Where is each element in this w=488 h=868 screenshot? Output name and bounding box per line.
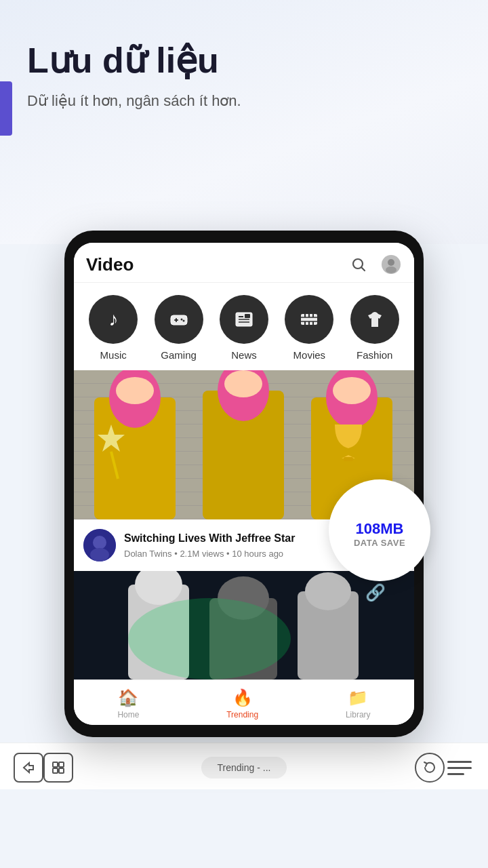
nav-trending[interactable]: 🔥 Trending xyxy=(226,688,258,719)
svg-point-3 xyxy=(388,259,394,266)
nav-home[interactable]: 🏠 Home xyxy=(117,688,139,719)
nav-library[interactable]: 📁 Library xyxy=(346,688,371,719)
cat-gaming[interactable]: Gaming xyxy=(155,295,203,361)
svg-point-10 xyxy=(182,320,184,322)
video-thumbnail-2[interactable]: 🔗 xyxy=(74,571,414,679)
svg-point-4 xyxy=(386,267,396,273)
library-nav-icon: 📁 xyxy=(348,688,368,707)
svg-rect-5 xyxy=(171,315,187,325)
account-icon[interactable] xyxy=(380,254,402,275)
svg-rect-57 xyxy=(53,768,58,773)
data-unit: MB xyxy=(380,520,403,537)
cat-fashion-label: Fashion xyxy=(357,349,392,361)
channel-avatar xyxy=(83,529,116,561)
refresh-button[interactable] xyxy=(415,753,445,783)
svg-rect-16 xyxy=(245,314,250,318)
cat-news[interactable]: News xyxy=(220,295,268,361)
cat-fashion[interactable]: Fashion xyxy=(350,295,399,361)
accent-bar xyxy=(0,81,12,136)
headline: Lưu dữ liệu xyxy=(27,41,461,81)
thumb2-svg: 🔗 xyxy=(74,571,414,679)
cat-movies-label: Movies xyxy=(293,349,326,361)
movies-icon xyxy=(285,295,333,344)
categories-row: ♪ Music Gaming xyxy=(74,283,414,370)
svg-point-32 xyxy=(116,377,154,404)
menu-line-2 xyxy=(447,767,472,769)
fashion-icon xyxy=(350,295,399,344)
cat-gaming-label: Gaming xyxy=(161,349,197,361)
nav-library-label: Library xyxy=(346,710,371,719)
address-pill: Trending - ... xyxy=(201,757,287,778)
svg-rect-41 xyxy=(344,457,353,461)
phone-mockup: Video xyxy=(64,231,424,737)
svg-rect-58 xyxy=(59,768,64,773)
home-nav-icon: 🏠 xyxy=(118,688,138,707)
subheadline: Dữ liệu ít hơn, ngân sách ít hơn. xyxy=(27,92,461,110)
back-button[interactable] xyxy=(14,753,43,783)
top-section: Lưu dữ liệu Dữ liệu ít hơn, ngân sách ít… xyxy=(0,0,488,244)
cat-music[interactable]: ♪ Music xyxy=(89,295,138,361)
menu-line-3 xyxy=(447,773,464,775)
trending-nav-icon: 🔥 xyxy=(232,688,253,707)
svg-point-9 xyxy=(180,319,182,321)
menu-button[interactable] xyxy=(445,753,474,783)
svg-rect-56 xyxy=(59,762,64,767)
menu-line-1 xyxy=(447,761,472,763)
svg-point-43 xyxy=(93,536,106,549)
app-header: Video xyxy=(74,243,414,283)
music-icon: ♪ xyxy=(89,295,138,344)
svg-rect-55 xyxy=(53,762,58,767)
svg-text:🔗: 🔗 xyxy=(365,583,386,602)
data-amount: 108MB xyxy=(356,513,404,538)
channel-name: Dolan Twins xyxy=(124,549,172,559)
svg-line-1 xyxy=(362,268,365,271)
nav-home-label: Home xyxy=(117,710,139,719)
app-title: Video xyxy=(86,254,134,275)
header-icons xyxy=(348,254,402,275)
svg-point-51 xyxy=(128,598,291,679)
data-save-label: DATA SAVE xyxy=(354,538,405,548)
cat-movies[interactable]: Movies xyxy=(285,295,333,361)
cat-music-label: Music xyxy=(100,349,127,361)
data-save-bubble: 108MB DATA SAVE xyxy=(329,479,430,581)
nav-trending-label: Trending xyxy=(226,710,258,719)
gaming-icon xyxy=(155,295,203,344)
separator2: • xyxy=(226,549,232,559)
view-count: 2.1M views xyxy=(180,549,224,559)
cat-news-label: News xyxy=(231,349,257,361)
svg-point-44 xyxy=(90,548,109,561)
address-bar[interactable]: Trending - ... xyxy=(73,757,415,778)
bottom-nav: 🏠 Home 🔥 Trending 📁 Library xyxy=(74,679,414,725)
svg-point-38 xyxy=(333,377,371,404)
search-icon[interactable] xyxy=(348,254,369,275)
windows-button[interactable] xyxy=(43,753,73,783)
phone-wrapper: Video xyxy=(0,231,488,737)
news-icon xyxy=(220,295,268,344)
svg-point-53 xyxy=(305,572,351,610)
system-bar: Trending - ... xyxy=(0,743,488,789)
svg-point-35 xyxy=(224,370,262,397)
upload-time: 10 hours ago xyxy=(232,549,283,559)
